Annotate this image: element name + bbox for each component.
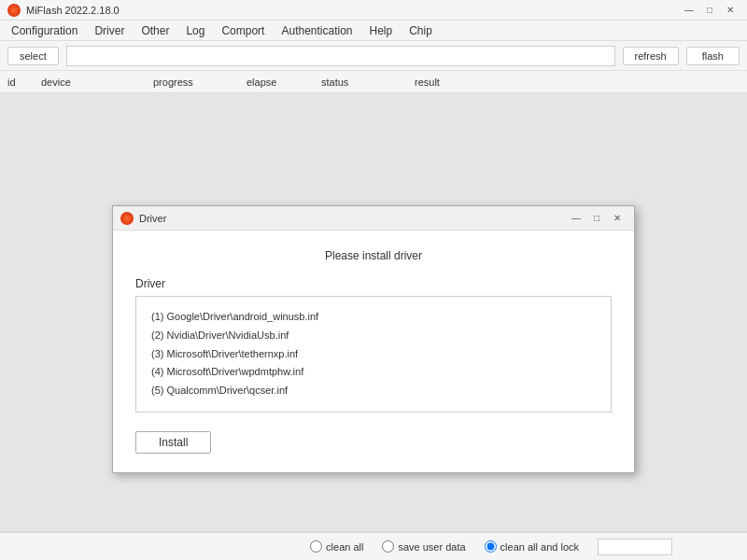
- menu-driver[interactable]: Driver: [87, 22, 132, 39]
- bottom-bar: clean all save user data clean all and l…: [0, 532, 747, 560]
- col-progress-header: progress: [153, 77, 247, 88]
- dialog-body: Please install driver Driver (1) Google\…: [113, 231, 634, 472]
- col-device-header: device: [41, 77, 153, 88]
- clean-all-label[interactable]: clean all: [326, 541, 363, 553]
- dialog-controls: — □ ✕: [567, 211, 627, 226]
- flash-button[interactable]: flash: [686, 47, 740, 65]
- table-header: id device progress elapse status result: [0, 71, 747, 93]
- save-user-data-group: save user data: [382, 540, 465, 553]
- select-button[interactable]: select: [7, 47, 59, 65]
- menu-help[interactable]: Help: [362, 22, 401, 39]
- driver-entry-4: (4) Microsoft\Driver\wpdmtphw.inf: [151, 363, 596, 382]
- menu-comport[interactable]: Comport: [214, 22, 272, 39]
- save-user-data-label[interactable]: save user data: [398, 541, 465, 553]
- menu-configuration[interactable]: Configuration: [4, 22, 85, 39]
- driver-entry-2: (2) Nvidia\Driver\NvidiaUsb.inf: [151, 327, 596, 345]
- clean-all-lock-radio[interactable]: [485, 540, 497, 553]
- clean-all-lock-group: clean all and lock: [485, 540, 579, 553]
- menu-bar: Configuration Driver Other Log Comport A…: [0, 21, 747, 41]
- title-bar-controls: — □ ✕: [680, 3, 740, 18]
- refresh-button[interactable]: refresh: [623, 47, 679, 65]
- main-content: Driver — □ ✕ Please install driver Drive…: [0, 93, 747, 532]
- menu-authentication[interactable]: Authentication: [274, 22, 359, 39]
- close-button[interactable]: ✕: [721, 3, 740, 18]
- col-status-header: status: [321, 77, 415, 88]
- driver-entry-5: (5) Qualcomm\Driver\qcser.inf: [151, 382, 596, 400]
- clean-all-radio[interactable]: [310, 540, 322, 553]
- app-icon: [7, 4, 21, 17]
- clean-all-lock-label[interactable]: clean all and lock: [500, 541, 579, 553]
- minimize-button[interactable]: —: [680, 3, 698, 18]
- toolbar-right: refresh flash: [623, 47, 740, 65]
- dialog-title-left: Driver: [120, 212, 166, 225]
- driver-entry-1: (1) Google\Driver\android_winusb.inf: [151, 308, 596, 327]
- menu-chip[interactable]: Chip: [402, 22, 440, 39]
- dialog-icon: [120, 212, 134, 225]
- dialog-close-button[interactable]: ✕: [608, 211, 627, 226]
- dialog-title-bar: Driver — □ ✕: [113, 206, 634, 231]
- maximize-button[interactable]: □: [700, 3, 719, 18]
- toolbar: select refresh flash: [0, 41, 747, 71]
- app-title: MiFlash 2022.2.18.0: [26, 5, 120, 16]
- save-user-data-radio[interactable]: [382, 540, 394, 553]
- title-bar: MiFlash 2022.2.18.0 — □ ✕: [0, 0, 747, 21]
- driver-group-label: Driver: [135, 277, 612, 290]
- driver-dialog: Driver — □ ✕ Please install driver Drive…: [112, 205, 635, 473]
- col-id-header: id: [4, 77, 41, 88]
- menu-log[interactable]: Log: [178, 22, 212, 39]
- install-button[interactable]: Install: [135, 431, 211, 454]
- bottom-input[interactable]: [598, 539, 672, 555]
- driver-list-box: (1) Google\Driver\android_winusb.inf (2)…: [135, 296, 612, 413]
- dialog-heading: Please install driver: [135, 249, 612, 262]
- dialog-maximize-button[interactable]: □: [587, 211, 606, 226]
- driver-entry-3: (3) Microsoft\Driver\tethernxp.inf: [151, 345, 596, 364]
- col-result-header: result: [415, 77, 508, 88]
- path-input[interactable]: [66, 46, 615, 66]
- clean-all-group: clean all: [310, 540, 363, 553]
- dialog-minimize-button[interactable]: —: [567, 211, 585, 226]
- dialog-title-text: Driver: [139, 213, 166, 224]
- title-bar-left: MiFlash 2022.2.18.0: [7, 4, 120, 17]
- menu-other[interactable]: Other: [134, 22, 176, 39]
- col-elapse-header: elapse: [247, 77, 321, 88]
